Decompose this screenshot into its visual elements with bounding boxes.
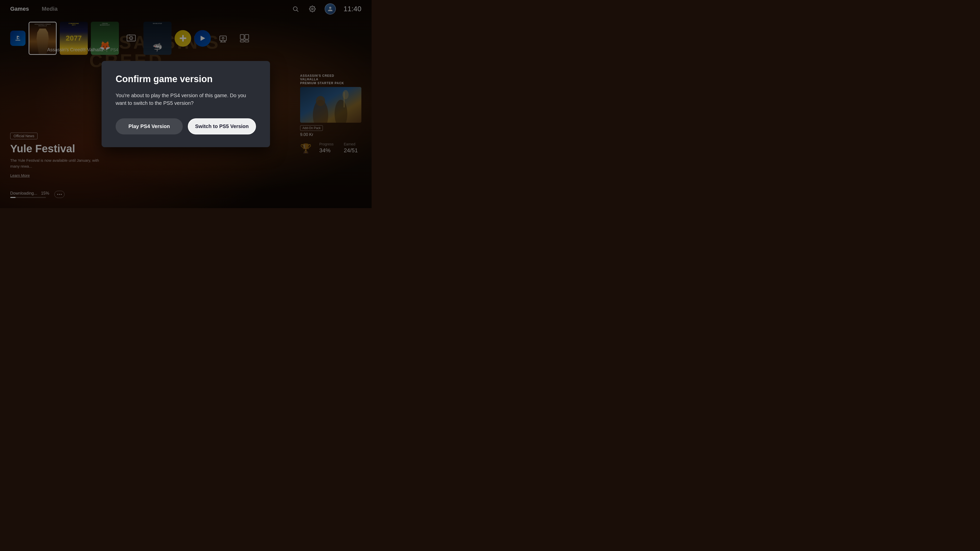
dialog-title: Confirm game version (116, 74, 256, 84)
dialog-overlay: Confirm game version You're about to pla… (0, 0, 372, 208)
play-ps4-button[interactable]: Play PS4 Version (116, 118, 183, 135)
dialog-buttons: Play PS4 Version Switch to PS5 Version (116, 118, 256, 135)
confirm-dialog: Confirm game version You're about to pla… (102, 61, 270, 147)
switch-ps5-button[interactable]: Switch to PS5 Version (188, 118, 256, 135)
dialog-body: You're about to play the PS4 version of … (116, 92, 256, 107)
